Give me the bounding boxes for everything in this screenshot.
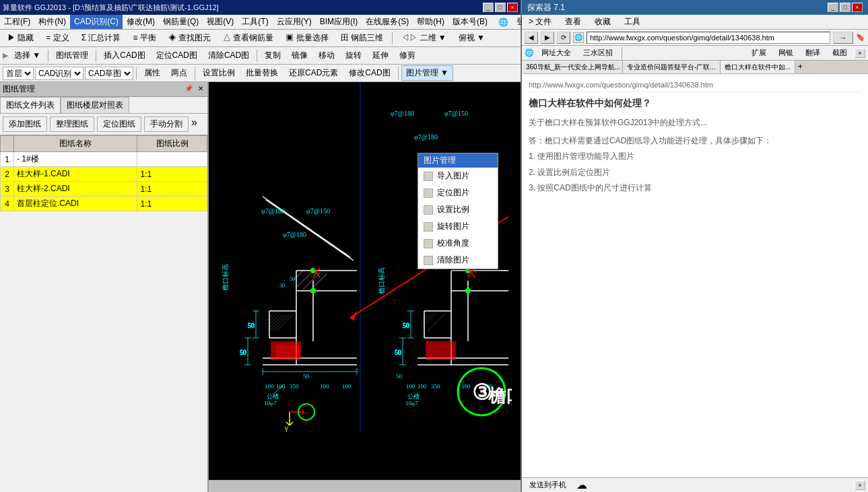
btn-restore-cad[interactable]: 还原CAD元素 xyxy=(284,65,343,81)
btn-find[interactable]: ◈ 查找图元 xyxy=(164,30,215,46)
tab-yanjiao[interactable]: 檐口大样在软件中如... xyxy=(721,61,795,73)
btn-balance[interactable]: ≡ 平衡 xyxy=(128,30,160,46)
btn-refresh[interactable]: ⟳ xyxy=(557,32,570,44)
btn-manual-split[interactable]: 手动分割 xyxy=(144,116,189,132)
menu-xiugai[interactable]: 修改(M) xyxy=(123,15,159,29)
dropdown-item-locate[interactable]: 定位图片 xyxy=(418,184,498,201)
btn-batch-replace[interactable]: 批量替换 xyxy=(241,65,283,81)
browser-maximize[interactable]: □ xyxy=(840,3,850,12)
menu-online[interactable]: 在线服务(S) xyxy=(362,15,413,29)
dropdown-item-rotate[interactable]: 旋转图片 xyxy=(418,218,498,235)
menu-gongcheng[interactable]: 工程(F) xyxy=(0,15,34,29)
tab-floor-map[interactable]: 图纸楼层对照表 xyxy=(61,97,129,113)
menu-gongju[interactable]: 工具(T) xyxy=(238,15,272,29)
cad-draft-select[interactable]: CAD草图 xyxy=(85,67,133,80)
browser-minimize[interactable]: _ xyxy=(828,3,838,12)
btn-send-to-phone[interactable]: 发送到手机 xyxy=(525,478,571,492)
btn-modify-cad[interactable]: 修改CAD图 xyxy=(344,65,395,81)
btn-sanshui[interactable]: 三水区招 xyxy=(578,46,617,60)
link-arrow[interactable]: 🔖 xyxy=(856,33,865,42)
btn-new-tab[interactable]: + xyxy=(795,61,805,73)
item-label-calibrate: 校准角度 xyxy=(437,238,469,249)
btn-copy[interactable]: 复制 xyxy=(260,48,286,63)
btn-view-angle[interactable]: 俯视 ▼ xyxy=(454,30,490,46)
btn-locate-paper[interactable]: 定位图纸 xyxy=(97,116,141,132)
btn-website-all[interactable]: 网址大全 xyxy=(537,46,576,60)
btn-translate[interactable]: 翻译 xyxy=(801,46,825,60)
btn-calc[interactable]: Σ 汇总计算 xyxy=(77,30,126,46)
btn-expand[interactable]: » xyxy=(191,116,197,132)
btn-trim[interactable]: 修剪 xyxy=(395,48,420,63)
close-btn[interactable]: × xyxy=(507,3,518,12)
browser-menu-favs[interactable]: 收藏 xyxy=(591,15,615,29)
btn-picture-mgmt[interactable]: 图片管理 ▼ xyxy=(401,65,453,81)
btn-paper-mgmt[interactable]: 图纸管理 xyxy=(51,48,93,63)
btn-expand[interactable]: 扩展 xyxy=(747,46,771,60)
btn-set-scale[interactable]: 设置比例 xyxy=(198,65,240,81)
btn-back[interactable]: ◀ xyxy=(525,32,538,44)
minimize-btn[interactable]: _ xyxy=(483,3,494,12)
menu-version[interactable]: 版本号(B) xyxy=(448,15,492,29)
panel-close-btn[interactable]: ✕ xyxy=(197,83,205,95)
btn-insert-cad[interactable]: 插入CAD图 xyxy=(99,48,149,63)
browser-menu-view[interactable]: 查看 xyxy=(561,15,585,29)
btn-extend[interactable]: 延伸 xyxy=(368,48,393,63)
btn-3d-steel[interactable]: 田 钢筋三维 xyxy=(336,30,388,46)
btn-move[interactable]: 移动 xyxy=(314,48,339,63)
btn-batch-select[interactable]: ▣ 批量选择 xyxy=(281,30,333,46)
maximize-btn[interactable]: □ xyxy=(495,3,506,12)
tab-file-list[interactable]: 图纸文件列表 xyxy=(0,97,61,113)
btn-define[interactable]: = 定义 xyxy=(41,30,73,46)
btn-select[interactable]: 选择 ▼ xyxy=(9,48,45,63)
browser-menu-file[interactable]: > 文件 xyxy=(525,15,556,29)
btn-bank[interactable]: 网银 xyxy=(774,46,798,60)
btn-organize-paper[interactable]: 整理图纸 xyxy=(50,116,94,132)
svg-rect-77 xyxy=(426,341,456,360)
dropdown-item-clear[interactable]: 清除图片 xyxy=(418,252,498,269)
browser-bottom-close[interactable]: × xyxy=(855,481,865,490)
btn-clear-cad[interactable]: 清除CAD图 xyxy=(203,48,254,63)
btn-rotate[interactable]: 旋转 xyxy=(341,48,366,63)
menu-bim[interactable]: BIM应用(I) xyxy=(316,15,362,29)
menu-cad[interactable]: CAD识别(C) xyxy=(70,15,123,29)
browser-close[interactable]: × xyxy=(852,3,863,12)
table-row[interactable]: 2 柱大样-1.CADI 1:1 xyxy=(1,167,207,182)
btn-two-points[interactable]: 两点 xyxy=(166,65,192,81)
table-row[interactable]: 3 柱大样-2.CADI 1:1 xyxy=(1,182,207,197)
btn-mirror[interactable]: 镜像 xyxy=(287,48,312,63)
btn-hide[interactable]: ▶ 隐藏 xyxy=(3,30,38,46)
svg-text:Y: Y xyxy=(284,426,289,432)
cad-mode-select[interactable]: CAD识别 xyxy=(35,67,84,80)
dropdown-item-import[interactable]: 导入图片 xyxy=(418,168,498,184)
svg-text:100: 100 xyxy=(406,383,415,390)
menu-help[interactable]: 帮助(H) xyxy=(413,15,448,29)
btn-go[interactable]: → xyxy=(833,32,853,44)
btn-properties[interactable]: 属性 xyxy=(139,65,165,81)
btn-view-steel[interactable]: △ 查看钢筋量 xyxy=(218,30,278,46)
btn-screenshot[interactable]: 截图 xyxy=(828,46,852,60)
col-num xyxy=(1,136,14,152)
dropdown-item-calibrate[interactable]: 校准角度 xyxy=(418,235,498,252)
btn-2d[interactable]: ◁▷ 二维 ▼ xyxy=(397,30,451,46)
cad-canvas[interactable]: 50 50 100 100 350 100 xyxy=(209,82,521,492)
menu-goujian[interactable]: 构件(N) xyxy=(34,15,70,29)
dropdown-item-set-scale[interactable]: 设置比例 xyxy=(418,201,498,218)
btn-add-paper[interactable]: 添加图纸 xyxy=(3,116,47,132)
panel-pin-btn[interactable]: 📌 xyxy=(183,83,194,95)
menu-gangjin[interactable]: 钢筋量(Q) xyxy=(159,15,203,29)
browser-toolbar-close[interactable]: × xyxy=(855,48,865,58)
table-row[interactable]: 4 首层柱定位.CADI 1:1 xyxy=(1,197,207,211)
browser-menu-tools[interactable]: 工具 xyxy=(620,15,644,29)
btn-locate-cad[interactable]: 定位CAD图 xyxy=(152,48,202,63)
btn-forward[interactable]: ▶ xyxy=(541,32,554,44)
row-num-4: 4 xyxy=(1,197,14,211)
floor-select[interactable]: 首层 xyxy=(3,67,34,80)
menu-shitu[interactable]: 视图(V) xyxy=(203,15,238,29)
sep3 xyxy=(96,50,96,62)
menu-yun[interactable]: 云应用(Y) xyxy=(273,15,316,29)
tab-360[interactable]: 360导航_新一代安全上网导航... xyxy=(522,61,623,73)
row-ratio-4: 1:1 xyxy=(137,197,207,211)
address-input[interactable] xyxy=(587,32,830,44)
tab-zaojia[interactable]: 专业造价问题答疑平台-广联... xyxy=(623,61,721,73)
table-row[interactable]: 1 - 1#楼 xyxy=(1,152,207,167)
